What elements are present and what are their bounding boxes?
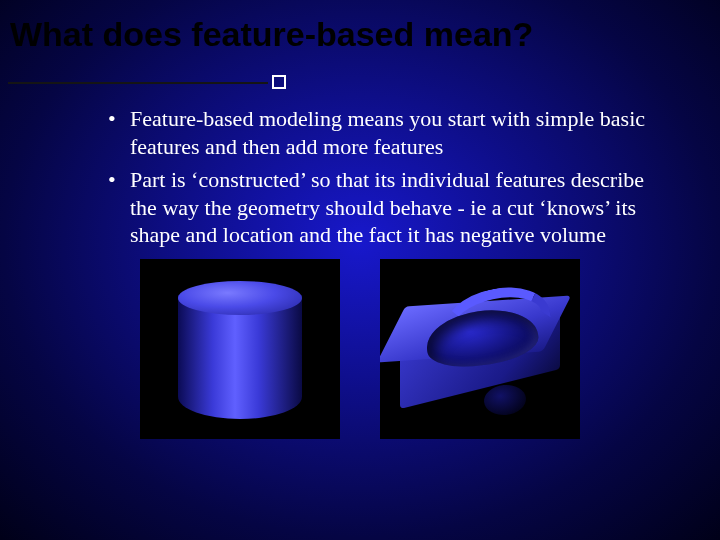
cylinder-render <box>140 259 340 439</box>
list-item: Part is ‘constructed’ so that its indivi… <box>108 166 666 249</box>
list-item: Feature-based modeling means you start w… <box>108 105 666 160</box>
bullet-text: Part is ‘constructed’ so that its indivi… <box>130 167 644 247</box>
slide-title: What does feature-based mean? <box>0 0 720 53</box>
cylinder-top-icon <box>178 281 302 315</box>
hole-cut-icon <box>483 383 528 417</box>
machined-part-render <box>380 259 580 439</box>
divider-square-icon <box>272 75 286 89</box>
bullet-list: Feature-based modeling means you start w… <box>0 101 720 249</box>
divider-line <box>8 82 268 84</box>
title-divider <box>0 71 720 101</box>
bullet-text: Feature-based modeling means you start w… <box>130 106 645 159</box>
images-row <box>0 259 720 439</box>
